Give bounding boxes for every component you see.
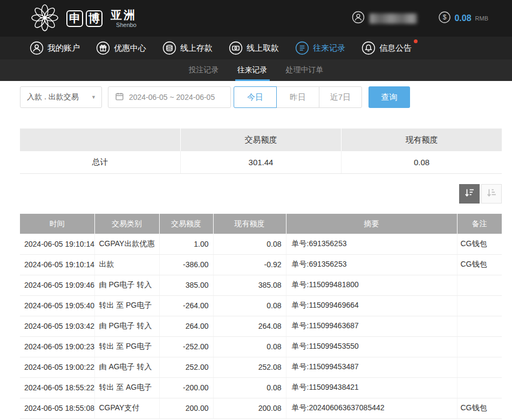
notification-dot	[414, 39, 418, 43]
cell-remark	[457, 357, 502, 377]
sort-descending-button[interactable]	[459, 184, 480, 204]
summary-total-row: 总计 301.44 0.08	[20, 151, 502, 174]
records-header-row: 时间交易类别交易额度现有额度摘要备注	[20, 214, 502, 234]
sort-controls	[20, 184, 502, 204]
nav-label: 线上存款	[180, 43, 213, 53]
calendar-icon	[115, 92, 124, 103]
cell-remark	[457, 295, 502, 316]
cell-remark	[457, 336, 502, 357]
cell-remark	[457, 275, 502, 295]
nav-my-account[interactable]: 我的账户	[22, 37, 88, 59]
sort-ascending-button[interactable]	[481, 184, 502, 204]
cell-type: 由 PG电子 转入	[94, 275, 159, 295]
cell-summary: 单号:202406063637085442	[286, 398, 457, 418]
cell-time: 2024-06-05 19:10:14	[20, 254, 94, 275]
date-range-input[interactable]: 2024-06-05 ~ 2024-06-05	[108, 86, 231, 108]
cell-amount: -200.00	[159, 377, 213, 398]
table-row: 2024-06-05 19:10:14CGPAY出款优惠1.000.08单号:6…	[20, 234, 502, 254]
query-button[interactable]: 查询	[368, 86, 410, 108]
cell-balance: 0.08	[213, 336, 286, 357]
cell-summary: 单号:115099438421	[286, 377, 457, 398]
cell-balance: -0.92	[213, 254, 286, 275]
deposit-icon	[162, 41, 176, 55]
subtab-transaction-records[interactable]: 往来记录	[228, 59, 277, 81]
brand-logo[interactable]: 申 博 亚洲 Shenbo	[30, 3, 136, 34]
cell-time: 2024-06-05 19:09:46	[20, 275, 94, 295]
nav-label: 线上取款	[247, 43, 279, 53]
quick-filter-last7days[interactable]: 近7日	[319, 86, 362, 108]
table-row: 2024-06-05 19:10:14出款-386.00-0.92单号:6913…	[20, 254, 502, 275]
cell-type: 转出 至 AG电子	[94, 377, 159, 398]
col-header-summary: 摘要	[286, 214, 457, 234]
cell-amount: 200.00	[159, 398, 213, 418]
col-header-type: 交易类别	[94, 214, 159, 234]
summary-header-blank	[20, 128, 181, 151]
cell-time: 2024-06-05 19:03:42	[20, 316, 94, 336]
cell-summary: 单号:115099453487	[286, 357, 457, 377]
quick-filter-today[interactable]: 今日	[234, 86, 277, 108]
nav-announcements[interactable]: 信息公告	[353, 37, 420, 59]
nav-label: 信息公告	[379, 43, 412, 53]
summary-header-row: 交易额度 现有额度	[20, 128, 502, 151]
table-row: 2024-06-05 18:55:22转出 至 AG电子-200.000.08单…	[20, 377, 502, 398]
cell-summary: 单号:691356253	[286, 254, 457, 275]
cell-amount: -264.00	[159, 295, 213, 316]
cell-time: 2024-06-05 19:00:23	[20, 336, 94, 357]
account-icon	[30, 41, 44, 55]
sort-asc-icon	[486, 187, 497, 200]
col-header-time: 时间	[20, 214, 94, 234]
summary-header-transaction: 交易额度	[181, 128, 342, 151]
logo-region-block: 亚洲 Shenbo	[111, 9, 136, 28]
table-row: 2024-06-05 19:00:22由 AG电子 转入252.00252.08…	[20, 357, 502, 377]
filter-bar: 入款 . 出款交易 ▼ 2024-06-05 ~ 2024-06-05 今日昨日…	[20, 86, 502, 108]
cell-remark: CG钱包	[457, 254, 502, 275]
username-blurred	[370, 13, 417, 24]
logo-subtitle: Shenbo	[116, 22, 136, 28]
cell-summary: 单号:115099453550	[286, 336, 457, 357]
cell-summary: 单号:115099463687	[286, 316, 457, 336]
cell-type: CGPAY支付	[94, 398, 159, 418]
user-account-chip[interactable]	[352, 11, 417, 26]
chevron-down-icon: ▼	[91, 94, 96, 100]
nav-online-deposit[interactable]: 线上存款	[154, 37, 221, 59]
table-row: 2024-06-05 19:05:40转出 至 PG电子-264.000.08单…	[20, 295, 502, 316]
quick-filter-yesterday[interactable]: 昨日	[276, 86, 319, 108]
promo-icon	[96, 41, 110, 55]
cell-balance: 0.08	[213, 295, 286, 316]
cell-time: 2024-06-05 19:00:22	[20, 357, 94, 377]
withdraw-icon	[229, 41, 243, 55]
summary-header-current: 现有额度	[342, 128, 502, 151]
notice-icon	[361, 41, 376, 55]
cell-balance: 0.08	[213, 234, 286, 254]
cell-balance: 0.08	[213, 377, 286, 398]
nav-label: 我的账户	[47, 43, 80, 53]
subtab-bet-records[interactable]: 投注记录	[180, 59, 228, 81]
cell-time: 2024-06-05 19:05:40	[20, 295, 94, 316]
cell-amount: 385.00	[159, 275, 213, 295]
date-range-value: 2024-06-05 ~ 2024-06-05	[129, 93, 215, 101]
user-icon	[352, 11, 365, 26]
cell-remark	[457, 377, 502, 398]
subtab-pending-orders[interactable]: 处理中订单	[277, 59, 333, 81]
nav-transaction-records[interactable]: 往来记录	[287, 37, 353, 59]
sort-desc-icon	[464, 187, 475, 200]
transaction-type-select[interactable]: 入款 . 出款交易 ▼	[20, 86, 102, 108]
cell-balance: 264.08	[213, 316, 286, 336]
balance-currency: RMB	[475, 15, 488, 22]
svg-text:$: $	[443, 13, 447, 21]
nav-promotions[interactable]: 优惠中心	[88, 37, 154, 59]
logo-region: 亚洲	[111, 9, 136, 22]
cell-balance: 252.08	[213, 357, 286, 377]
cell-time: 2024-06-05 18:55:22	[20, 377, 94, 398]
table-row: 2024-06-05 18:55:08CGPAY支付200.00200.08单号…	[20, 398, 502, 418]
cell-amount: -386.00	[159, 254, 213, 275]
sub-nav: 投注记录往来记录处理中订单	[0, 59, 512, 81]
nav-online-withdrawal[interactable]: 线上取款	[221, 37, 287, 59]
summary-current-total: 0.08	[342, 151, 502, 173]
records-body: 2024-06-05 19:10:14CGPAY出款优惠1.000.08单号:6…	[20, 234, 502, 418]
cell-time: 2024-06-05 18:55:08	[20, 398, 94, 418]
col-header-remark: 备注	[457, 214, 502, 234]
cell-remark	[457, 316, 502, 336]
summary-total-label: 总计	[20, 151, 181, 173]
cell-type: 由 PG电子 转入	[94, 316, 159, 336]
